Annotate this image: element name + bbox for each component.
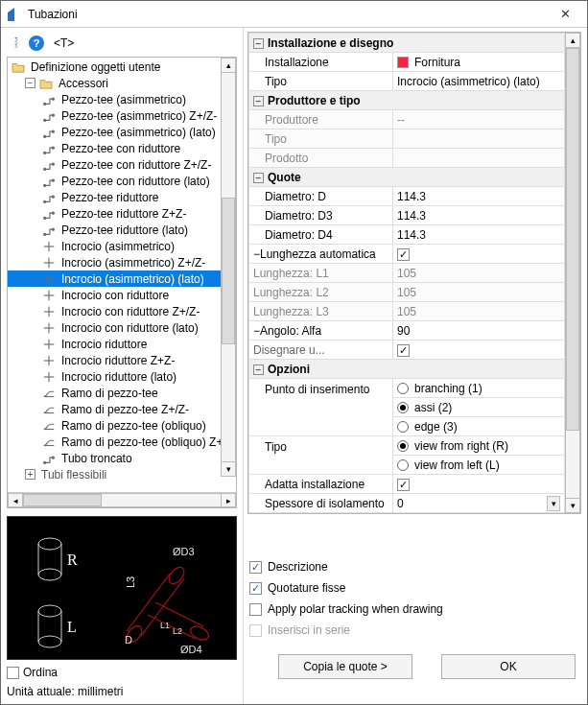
val-tipo[interactable]: Incrocio (asimmetrico) (lato) [393,72,565,91]
tree-item-13[interactable]: Incrocio con riduttore Z+/Z- [8,303,236,319]
tree-folder-accessori[interactable]: −Accessori [8,75,236,91]
val-spessore[interactable]: 0▾ [393,494,565,513]
svg-point-11 [52,179,54,181]
tree-item-label: Ramo di pezzo-tee [59,387,160,400]
tree-item-1[interactable]: Pezzo-tee (asimmetrico) Z+/Z- [8,107,236,124]
scroll-down-icon[interactable]: ▾ [221,461,236,477]
tree-item-17[interactable]: Incrocio riduttore (lato) [8,368,236,385]
dropdown-arrow-icon[interactable]: ▾ [547,496,560,511]
descrizione-checkbox[interactable]: ✓ [249,561,262,574]
collapse-icon[interactable]: − [253,247,260,261]
tree-item-21[interactable]: Ramo di pezzo-tee (obliquo) Z+/Z- [8,434,236,450]
pipe-tee-icon [42,142,56,155]
scroll-thumb[interactable] [566,48,579,431]
tree-item-22[interactable]: Tubo troncato [8,450,236,466]
scroll-up-icon[interactable]: ▴ [221,58,236,73]
tree-item-label: Pezzo-tee (asimmetrico) Z+/Z- [59,109,219,123]
tree-item-label: Pezzo-tee (asimmetrico) [59,93,188,106]
left-pane: ⸾ ? <T> Definizione oggetti utente−Acces… [1,28,244,704]
opt-edge[interactable]: edge (3) [393,417,565,436]
tree-item-4[interactable]: Pezzo-tee con riduttore Z+/Z- [8,156,236,173]
collapse-icon[interactable]: − [253,173,264,183]
tree-item-7[interactable]: Pezzo-tee riduttore Z+Z- [8,205,236,222]
scroll-thumb[interactable] [222,198,235,345]
tree-item-20[interactable]: Ramo di pezzo-tee (obliquo) [8,417,236,434]
tree-item-12[interactable]: Incrocio con riduttore [8,287,236,303]
tree[interactable]: Definizione oggetti utente−AccessoriPezz… [7,57,237,508]
tree-item-3[interactable]: Pezzo-tee con riduttore [8,140,236,156]
pipe-tee-icon [42,158,56,172]
ordina-checkbox[interactable] [7,667,19,679]
val-installazione[interactable]: Fornitura [393,53,565,72]
tree-item-9[interactable]: Incrocio (asimmetrico) [8,238,236,254]
collapse-icon[interactable]: − [253,96,264,106]
ok-button[interactable]: OK [441,654,576,679]
property-grid[interactable]: −Installazione e disegno Installazione F… [247,32,581,514]
collapse-icon[interactable]: − [253,324,260,338]
val-disegnare[interactable]: ✓ [393,341,565,360]
t-tool-icon[interactable]: <T> [54,36,74,50]
tree-root[interactable]: Definizione oggetti utente [8,59,236,75]
scroll-right-icon[interactable]: ▸ [221,493,236,507]
checkbox-checked-icon[interactable]: ✓ [397,344,410,357]
val-diam-d3[interactable]: 114.3 [393,206,565,225]
opt-view-left[interactable]: view from left (L) [393,456,565,475]
checkbox-checked-icon[interactable]: ✓ [397,479,410,491]
opt-branching[interactable]: branching (1) [393,379,565,398]
val-diam-d[interactable]: 114.3 [393,187,565,206]
tree-item-16[interactable]: Incrocio riduttore Z+Z- [8,352,236,368]
tree-folder-tubi-flessibili[interactable]: +Tubi flessibili [8,466,236,482]
val-diam-d4[interactable]: 114.3 [393,225,565,245]
opt-assi[interactable]: assi (2) [393,398,565,417]
tree-item-0[interactable]: Pezzo-tee (asimmetrico) [8,91,236,107]
radio-icon[interactable] [397,383,409,394]
tree-item-14[interactable]: Incrocio con riduttore (lato) [8,319,236,336]
grid-vertical-scrollbar[interactable]: ▴ ▾ [565,33,580,513]
scroll-down-icon[interactable]: ▾ [565,498,580,513]
lbl-lungh-auto: −Lunghezza automatica [249,245,393,264]
scroll-left-icon[interactable]: ◂ [8,493,23,507]
svg-point-15 [52,212,54,214]
tree-vertical-scrollbar[interactable]: ▴ ▾ [221,58,236,477]
svg-point-0 [44,103,46,105]
tree-item-5[interactable]: Pezzo-tee con riduttore (lato) [8,173,236,189]
checkbox-checked-icon[interactable]: ✓ [397,248,410,261]
tree-item-10[interactable]: Incrocio (asimmetrico) Z+/Z- [8,254,236,270]
tree-item-label: Incrocio con riduttore Z+/Z- [59,305,201,318]
tree-item-6[interactable]: Pezzo-tee riduttore [8,189,236,205]
radio-selected-icon[interactable] [397,440,409,452]
collapse-icon[interactable]: − [253,38,264,49]
expand-icon[interactable]: + [25,469,35,480]
radio-icon[interactable] [397,421,409,433]
radio-icon[interactable] [397,459,409,471]
tree-item-18[interactable]: Ramo di pezzo-tee [8,385,236,401]
cross-icon [42,321,56,335]
svg-point-3 [52,114,54,116]
opt-view-right[interactable]: view from right (R) [393,436,565,456]
collapse-icon[interactable]: − [253,364,264,375]
tree-item-8[interactable]: Pezzo-tee riduttore (lato) [8,222,236,238]
svg-text:L2: L2 [173,626,182,636]
tree-item-11[interactable]: Incrocio (asimmetrico) (lato) [8,270,236,287]
quotature-checkbox[interactable]: ✓ [249,582,262,595]
lbl-punto: Punto di inserimento [249,379,393,436]
tree-item-15[interactable]: Incrocio riduttore [8,336,236,352]
val-lungh-auto[interactable]: ✓ [393,245,565,264]
tree-item-2[interactable]: Pezzo-tee (asimmetrico) (lato) [8,124,236,140]
val-angolo[interactable]: 90 [393,321,565,341]
serie-checkbox [249,624,262,637]
scroll-up-icon[interactable]: ▴ [565,33,580,48]
val-adatta[interactable]: ✓ [393,475,565,494]
svg-point-38 [38,538,61,550]
polar-checkbox[interactable] [249,603,262,616]
tree-item-label: Pezzo-tee (asimmetrico) (lato) [59,126,218,139]
tree-horizontal-scrollbar[interactable]: ◂ ▸ [8,492,236,507]
radio-selected-icon[interactable] [397,402,409,413]
svg-point-12 [44,200,46,202]
close-button[interactable]: ✕ [549,3,581,26]
copia-quote-button[interactable]: Copia le quote > [278,654,412,679]
collapse-icon[interactable]: − [25,78,35,88]
help-icon[interactable]: ? [29,35,44,51]
scroll-thumb[interactable] [23,494,102,506]
tree-item-19[interactable]: Ramo di pezzo-tee Z+/Z- [8,401,236,417]
